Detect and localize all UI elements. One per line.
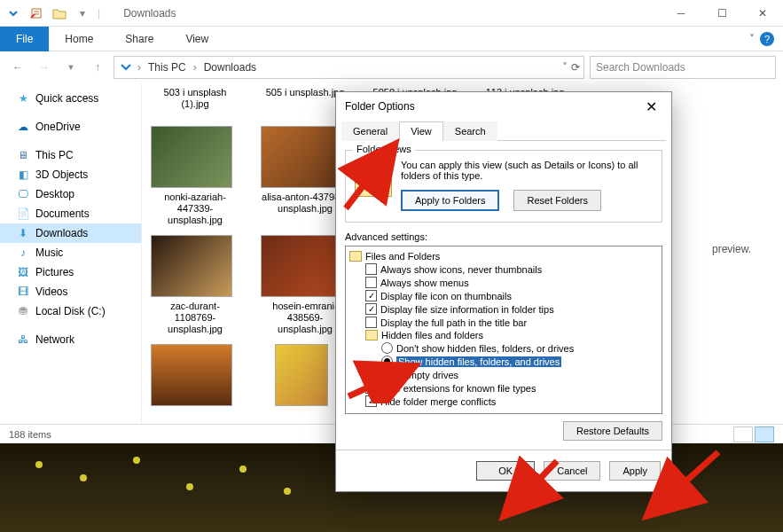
svg-rect-5 <box>373 180 378 184</box>
folder-icon <box>365 330 378 340</box>
preview-pane-message: preview. <box>712 243 765 255</box>
star-icon: ★ <box>16 91 30 106</box>
view-icons-button[interactable] <box>755 426 774 442</box>
ribbon-tab-home[interactable]: Home <box>49 27 109 51</box>
sidebar-documents[interactable]: 📄Documents <box>0 204 141 223</box>
sidebar-music[interactable]: ♪Music <box>0 243 141 262</box>
nav-up-button[interactable]: ↑ <box>87 57 108 78</box>
qat-folder-icon[interactable] <box>50 4 69 23</box>
documents-icon: 📄 <box>16 207 30 221</box>
checkbox[interactable] <box>365 277 377 288</box>
desktop-icon: 🖵 <box>16 187 30 201</box>
title-bar: ▾ | Downloads ─ ☐ ✕ <box>0 0 783 27</box>
ribbon-tab-share[interactable]: Share <box>109 27 169 51</box>
sidebar-3d-objects[interactable]: ◧3D Objects <box>0 165 141 184</box>
folder-options-dialog: Folder Options ✕ General View Search Fol… <box>335 91 672 492</box>
nav-recent-icon[interactable]: ▼ <box>60 57 82 78</box>
window-title: Downloads <box>123 7 176 20</box>
help-icon[interactable]: ? <box>760 32 774 46</box>
videos-icon: 🎞 <box>16 285 30 299</box>
search-input[interactable]: Search Downloads <box>590 56 776 79</box>
sidebar-this-pc[interactable]: 🖥This PC <box>0 145 141 165</box>
maximize-button[interactable]: ☐ <box>701 0 742 27</box>
qat-down-arrow-icon[interactable] <box>4 4 23 23</box>
ribbon-expand-icon[interactable]: ˅ <box>749 33 755 45</box>
folder-views-text: You can apply this view (such as Details… <box>401 160 653 181</box>
sidebar-quick-access[interactable]: ★Quick access <box>0 89 141 108</box>
svg-rect-2 <box>366 173 371 176</box>
sidebar-onedrive[interactable]: ☁OneDrive <box>0 117 141 137</box>
nav-back-button[interactable]: ← <box>7 57 28 78</box>
sidebar-local-disk[interactable]: ⛃Local Disk (C:) <box>0 301 141 321</box>
checkbox[interactable] <box>365 290 377 301</box>
pictures-icon: 🖼 <box>16 265 30 279</box>
close-button[interactable]: ✕ <box>742 0 783 27</box>
dialog-tab-view[interactable]: View <box>399 121 443 141</box>
apply-button[interactable]: Apply <box>609 461 661 481</box>
selected-hidden-option: Show hidden files, folders, and drives <box>396 356 561 367</box>
file-item[interactable]: zac-durant-1108769-unsplash.jpg <box>151 235 239 335</box>
breadcrumb-this-pc[interactable]: This PC <box>145 61 190 74</box>
reset-folders-button[interactable]: Reset Folders <box>513 190 600 211</box>
ok-button[interactable]: OK <box>476 461 535 481</box>
sidebar-videos[interactable]: 🎞Videos <box>0 282 141 301</box>
cancel-button[interactable]: Cancel <box>544 461 600 481</box>
address-bar[interactable]: › This PC › Downloads ˅ ⟳ <box>114 56 584 79</box>
dialog-tab-general[interactable]: General <box>341 121 399 141</box>
advanced-settings-label: Advanced settings: <box>345 231 662 242</box>
restore-defaults-button[interactable]: Restore Defaults <box>563 421 662 441</box>
svg-rect-1 <box>363 169 384 187</box>
ribbon: File Home Share View ˅ ? <box>0 27 783 51</box>
cube-icon: ◧ <box>16 168 30 182</box>
folder-views-icon <box>355 160 392 197</box>
network-icon: 🖧 <box>16 332 30 347</box>
checkbox[interactable] <box>365 382 377 394</box>
music-icon: ♪ <box>16 246 30 260</box>
dialog-close-button[interactable]: ✕ <box>640 98 662 115</box>
pc-icon: 🖥 <box>16 148 30 162</box>
nav-forward-button[interactable]: → <box>34 57 55 78</box>
status-item-count: 188 items <box>9 429 51 440</box>
qat-overflow-icon[interactable]: ▾ <box>73 4 92 23</box>
checkbox[interactable] <box>365 303 377 315</box>
checkbox[interactable] <box>365 369 377 380</box>
breadcrumb-downloads[interactable]: Downloads <box>200 61 260 74</box>
file-item[interactable] <box>151 344 239 410</box>
sidebar-pictures[interactable]: 🖼Pictures <box>0 262 141 282</box>
address-dropdown-icon[interactable]: ˅ <box>562 61 568 74</box>
qat-properties-icon[interactable] <box>27 4 46 23</box>
drive-icon: ⛃ <box>16 304 30 318</box>
chevron-right-icon[interactable]: › <box>137 61 141 74</box>
nav-sidebar: ★Quick access ☁OneDrive 🖥This PC ◧3D Obj… <box>0 83 142 456</box>
cloud-icon: ☁ <box>16 120 30 134</box>
sidebar-desktop[interactable]: 🖵Desktop <box>0 184 141 204</box>
apply-to-folders-button[interactable]: Apply to Folders <box>401 190 499 211</box>
checkbox[interactable] <box>365 395 377 407</box>
breadcrumb-down-icon <box>118 59 134 75</box>
ribbon-tab-file[interactable]: File <box>0 27 49 51</box>
ribbon-tab-view[interactable]: View <box>169 27 224 51</box>
radio-button[interactable] <box>381 342 393 354</box>
view-details-button[interactable] <box>733 426 753 442</box>
address-row: ← → ▼ ↑ › This PC › Downloads ˅ ⟳ Search… <box>0 51 783 83</box>
dialog-title: Folder Options <box>345 100 415 113</box>
minimize-button[interactable]: ─ <box>661 0 701 27</box>
svg-rect-4 <box>366 180 371 184</box>
chevron-right-icon[interactable]: › <box>193 61 197 74</box>
file-item[interactable]: nonki-azariah-447339-unsplash.jpg <box>151 126 239 226</box>
dialog-tab-search[interactable]: Search <box>443 121 497 141</box>
radio-button[interactable] <box>381 356 393 367</box>
search-placeholder: Search Downloads <box>596 61 685 74</box>
sidebar-network[interactable]: 🖧Network <box>0 330 141 349</box>
checkbox[interactable] <box>365 263 377 275</box>
checkbox[interactable] <box>365 317 377 328</box>
sidebar-downloads[interactable]: ⬇Downloads <box>0 223 141 243</box>
folder-views-legend: Folder views <box>353 144 415 154</box>
download-icon: ⬇ <box>16 226 30 240</box>
file-item[interactable]: 503 i unsplash (1).jpg <box>151 87 239 117</box>
advanced-settings-tree[interactable]: Files and Folders Always show icons, nev… <box>345 246 662 414</box>
svg-rect-3 <box>373 173 378 176</box>
folder-icon <box>349 251 362 262</box>
refresh-icon[interactable]: ⟳ <box>571 61 580 74</box>
